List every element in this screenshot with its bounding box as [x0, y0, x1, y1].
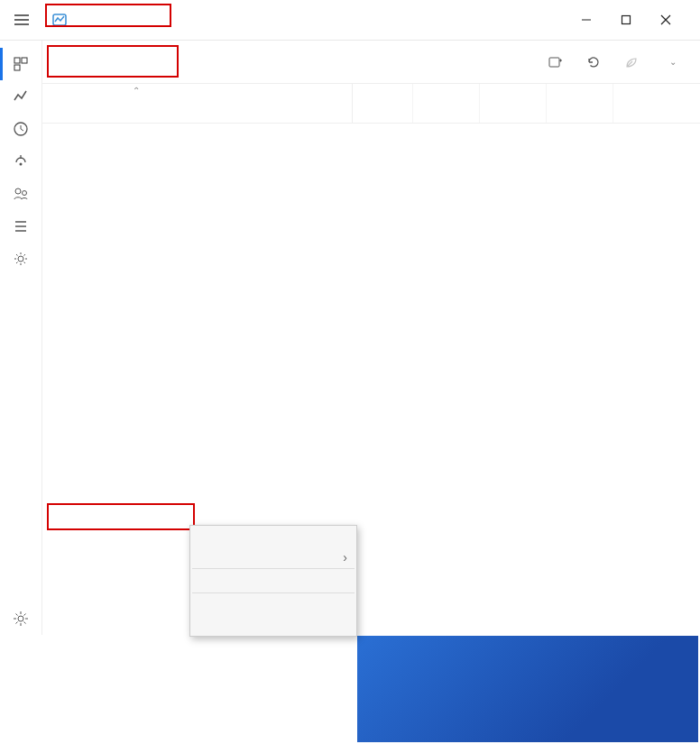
col-name[interactable]: ⌃: [42, 84, 246, 123]
svg-point-8: [23, 191, 27, 196]
col-network[interactable]: [547, 84, 613, 123]
close-button[interactable]: [657, 11, 675, 29]
svg-rect-1: [622, 16, 631, 24]
sort-arrow-icon: ⌃: [133, 86, 140, 96]
ctx-details[interactable]: [190, 596, 356, 605]
sidebar-history[interactable]: [0, 113, 41, 145]
close-icon: [660, 14, 671, 25]
col-memory[interactable]: [413, 84, 480, 123]
minimize-icon: [581, 14, 592, 25]
process-list[interactable]: [42, 124, 700, 635]
svg-point-10: [18, 616, 23, 621]
chevron-down-icon: ⌄: [669, 57, 677, 67]
page-title: [57, 57, 93, 68]
window-controls: [577, 11, 675, 29]
run-task-icon: [548, 55, 563, 69]
ctx-properties[interactable]: [190, 623, 356, 632]
startup-icon: [13, 153, 29, 170]
ctx-search-online[interactable]: [190, 614, 356, 623]
content: ⌄ ⌃: [41, 41, 700, 635]
history-icon: [13, 121, 29, 137]
settings-icon: [13, 611, 29, 627]
svg-point-9: [18, 256, 23, 262]
view-button[interactable]: ⌄: [653, 51, 686, 72]
ctx-resource-values[interactable]: [190, 547, 356, 556]
hamburger-menu[interactable]: [7, 5, 36, 34]
restart-icon: [586, 55, 601, 69]
svg-rect-2: [14, 58, 20, 63]
toolbar: ⌄: [42, 41, 700, 84]
performance-icon: [13, 88, 29, 105]
ctx-divider: [192, 568, 355, 569]
leaf-icon: [624, 55, 639, 69]
sidebar-details[interactable]: [0, 210, 41, 243]
users-icon: [13, 186, 29, 202]
titlebar: [0, 0, 700, 40]
svg-point-6: [20, 163, 23, 166]
sidebar-settings[interactable]: [0, 602, 41, 635]
maximize-button[interactable]: [617, 11, 635, 29]
efficiency-mode-button[interactable]: [615, 50, 653, 75]
processes-icon: [13, 56, 29, 72]
desktop-background: [357, 636, 698, 742]
svg-point-7: [15, 188, 21, 194]
minimize-button[interactable]: [577, 11, 595, 29]
ctx-efficiency-mode: [190, 572, 356, 581]
svg-rect-3: [22, 58, 27, 63]
col-disk[interactable]: [480, 84, 547, 123]
sidebar-processes[interactable]: [0, 48, 41, 80]
sidebar-startup[interactable]: [0, 145, 41, 178]
sidebar-services[interactable]: [0, 243, 41, 275]
col-cpu[interactable]: [353, 84, 413, 123]
col-status[interactable]: [246, 84, 353, 123]
context-menu: [189, 525, 357, 637]
svg-rect-11: [549, 58, 559, 67]
ctx-dump[interactable]: [190, 581, 356, 590]
hamburger-icon: [14, 14, 29, 25]
ctx-end-task[interactable]: [190, 538, 356, 547]
sidebar-users[interactable]: [0, 178, 41, 210]
maximize-icon: [621, 14, 631, 25]
run-task-button[interactable]: [539, 50, 577, 75]
app-title-wrap: [43, 9, 83, 31]
ctx-divider: [192, 592, 355, 593]
services-icon: [13, 251, 29, 267]
ctx-restart[interactable]: [190, 529, 356, 538]
ctx-feedback[interactable]: [190, 556, 356, 565]
details-icon: [13, 218, 29, 234]
grid-header: ⌃: [42, 84, 700, 124]
ctx-open-location[interactable]: [190, 605, 356, 614]
svg-rect-4: [14, 65, 20, 70]
sidebar: [0, 41, 41, 635]
restart-task-button[interactable]: [577, 50, 615, 75]
app-icon: [52, 13, 67, 27]
sidebar-performance[interactable]: [0, 80, 41, 113]
